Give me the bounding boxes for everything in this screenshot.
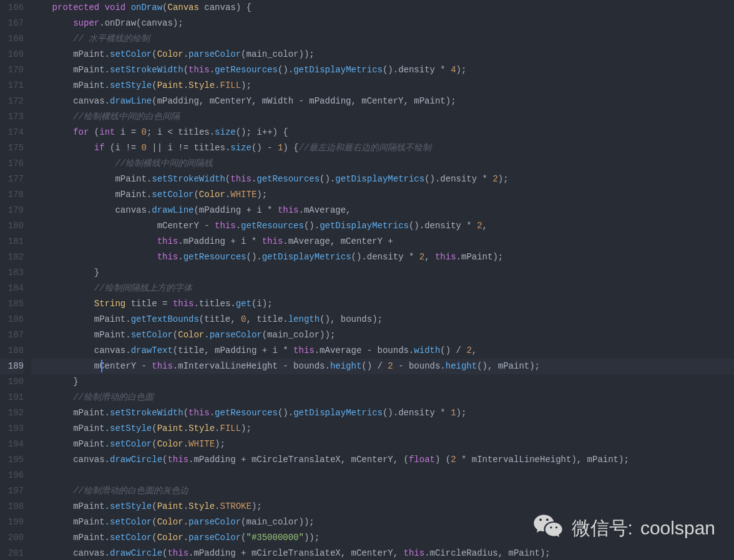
code-line[interactable]: } — [31, 265, 734, 281]
code-line[interactable]: } — [31, 374, 734, 390]
code-line[interactable]: //绘制横线中间的间隔线 — [31, 156, 734, 171]
code-line[interactable]: mPaint.setColor(Color.parseColor(main_co… — [31, 514, 734, 530]
code-line[interactable]: this.getResources().getDisplayMetrics().… — [31, 249, 734, 265]
text-cursor — [101, 360, 102, 372]
line-number: 199 — [0, 514, 24, 530]
code-area[interactable]: protected void onDraw(Canvas canvas) { s… — [31, 0, 734, 560]
code-line[interactable]: mPaint.setColor(Color.parseColor(main_co… — [31, 327, 734, 343]
code-line[interactable]: //绘制滑动的白色圆的灰色边 — [31, 483, 734, 499]
line-number: 185 — [0, 296, 24, 312]
code-line[interactable]: canvas.drawText(title, mPadding + i * th… — [31, 343, 734, 359]
line-number: 166 — [0, 0, 24, 16]
code-line[interactable]: mPaint.setColor(Color.parseColor("#35000… — [31, 530, 734, 546]
line-number: 188 — [0, 343, 24, 359]
code-line[interactable]: mPaint.setStrokeWidth(this.getResources(… — [31, 62, 734, 78]
line-number: 193 — [0, 421, 24, 437]
code-line[interactable]: canvas.drawCircle(this.mPadding + mCircl… — [31, 452, 734, 468]
line-number: 177 — [0, 171, 24, 187]
line-number: 184 — [0, 281, 24, 296]
code-line[interactable]: mCenterY - this.getResources().getDispla… — [31, 218, 734, 234]
line-number: 175 — [0, 140, 24, 156]
code-line[interactable]: canvas.drawLine(mPadding + i * this.mAve… — [31, 203, 734, 218]
code-line[interactable]: mPaint.setColor(Color.WHITE); — [31, 187, 734, 203]
code-line[interactable]: mPaint.setStyle(Paint.Style.FILL); — [31, 421, 734, 437]
code-line[interactable]: for (int i = 0; i < titles.size(); i++) … — [31, 125, 734, 140]
code-line[interactable]: protected void onDraw(Canvas canvas) { — [31, 0, 734, 16]
line-number: 172 — [0, 94, 24, 109]
line-number: 194 — [0, 437, 24, 452]
line-number: 198 — [0, 499, 24, 514]
code-line[interactable]: //绘制横线中间的白色间隔 — [31, 109, 734, 125]
line-number: 169 — [0, 47, 24, 62]
line-number: 179 — [0, 203, 24, 218]
code-line[interactable]: mPaint.setStrokeWidth(this.getResources(… — [31, 405, 734, 421]
code-line[interactable]: super.onDraw(canvas); — [31, 16, 734, 31]
line-number: 182 — [0, 249, 24, 265]
code-line[interactable]: canvas.drawLine(mPadding, mCenterY, mWid… — [31, 94, 734, 109]
line-number: 186 — [0, 312, 24, 327]
line-number: 201 — [0, 546, 24, 560]
code-line[interactable]: //绘制滑动的白色圆 — [31, 390, 734, 405]
code-line[interactable] — [31, 468, 734, 483]
line-number: 178 — [0, 187, 24, 203]
code-line[interactable]: if (i != 0 || i != titles.size() - 1) {/… — [31, 140, 734, 156]
line-number: 171 — [0, 78, 24, 94]
line-number: 168 — [0, 31, 24, 47]
line-number: 174 — [0, 125, 24, 140]
code-line[interactable]: mPaint.setStyle(Paint.Style.FILL); — [31, 78, 734, 94]
line-number: 189 — [0, 359, 24, 374]
line-number: 190 — [0, 374, 24, 390]
line-number: 200 — [0, 530, 24, 546]
line-number: 195 — [0, 452, 24, 468]
line-number: 170 — [0, 62, 24, 78]
line-number-gutter: 1661671681691701711721731741751761771781… — [0, 0, 31, 560]
code-line[interactable]: mPaint.setStyle(Paint.Style.STROKE); — [31, 499, 734, 514]
line-number: 196 — [0, 468, 24, 483]
line-number: 192 — [0, 405, 24, 421]
line-number: 183 — [0, 265, 24, 281]
line-number: 181 — [0, 234, 24, 249]
code-line[interactable]: mPaint.setColor(Color.parseColor(main_co… — [31, 47, 734, 62]
line-number: 167 — [0, 16, 24, 31]
line-number: 176 — [0, 156, 24, 171]
line-number: 173 — [0, 109, 24, 125]
line-number: 187 — [0, 327, 24, 343]
code-line[interactable]: mCenterY - this.mIntervalLineHeight - bo… — [31, 359, 734, 374]
line-number: 197 — [0, 483, 24, 499]
code-line[interactable]: //绘制间隔线上方的字体 — [31, 281, 734, 296]
code-line[interactable]: this.mPadding + i * this.mAverage, mCent… — [31, 234, 734, 249]
code-editor[interactable]: 1661671681691701711721731741751761771781… — [0, 0, 734, 560]
code-line[interactable]: mPaint.getTextBounds(title, 0, title.len… — [31, 312, 734, 327]
code-line[interactable]: // 水平横线的绘制 — [31, 31, 734, 47]
code-line[interactable]: mPaint.setColor(Color.WHITE); — [31, 437, 734, 452]
code-line[interactable]: mPaint.setStrokeWidth(this.getResources(… — [31, 171, 734, 187]
line-number: 180 — [0, 218, 24, 234]
line-number: 191 — [0, 390, 24, 405]
code-line[interactable]: String title = this.titles.get(i); — [31, 296, 734, 312]
code-line[interactable]: canvas.drawCircle(this.mPadding + mCircl… — [31, 546, 734, 560]
